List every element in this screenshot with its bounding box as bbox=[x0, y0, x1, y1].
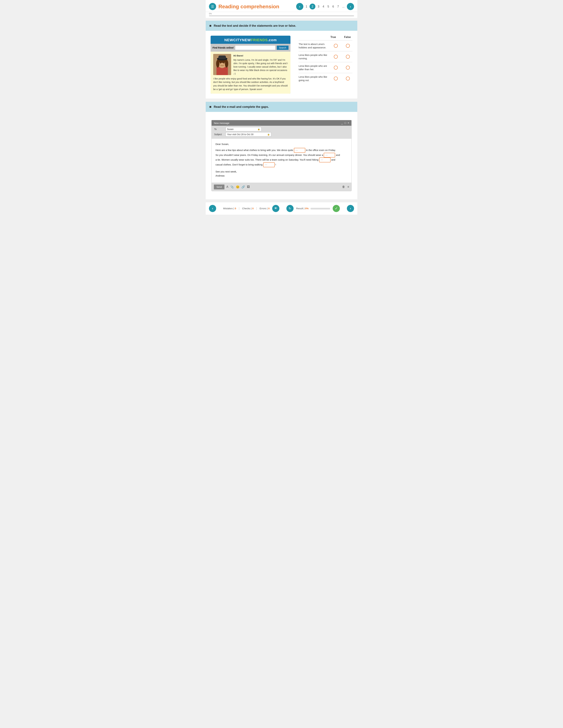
tf-false-radio-4[interactable] bbox=[346, 77, 350, 80]
progress-label: 0% bbox=[209, 13, 354, 15]
menu-icon: ☰ bbox=[211, 5, 214, 8]
email-window-title: New message bbox=[214, 122, 229, 124]
tf-question-2: Lena likes people who like running. bbox=[299, 53, 332, 60]
email-sign2: Andreas bbox=[215, 174, 348, 178]
progress-bar-background bbox=[209, 15, 354, 16]
minimize-button[interactable]: _ bbox=[341, 121, 343, 124]
nav-next-button[interactable]: › bbox=[347, 3, 354, 10]
tf-header: True False bbox=[299, 36, 353, 39]
nav-num-7[interactable]: 7 bbox=[336, 4, 340, 9]
tf-question-3: Lena likes people who are taller than he… bbox=[299, 64, 332, 71]
tf-false-radio-1[interactable] bbox=[346, 44, 350, 48]
section2-instruction: Read the e-mail and complete the gaps. bbox=[214, 105, 269, 109]
profile-body-text: My name's Lena. I'm 34 and single. I'm 5… bbox=[233, 58, 288, 75]
section1-icon: ■ bbox=[209, 24, 211, 28]
lock-icon: 🔒 bbox=[257, 128, 260, 130]
nav-num-6[interactable]: 6 bbox=[332, 4, 335, 9]
result-label: Result | 0% bbox=[296, 207, 330, 210]
tf-col-false: False bbox=[344, 36, 351, 39]
nav-num-1[interactable]: 1 bbox=[305, 4, 308, 9]
nav-num-more: ... bbox=[341, 4, 346, 9]
email-p4-before: casual clothes. Don't forget to bring wa… bbox=[215, 163, 262, 166]
tf-question-4: Lena likes people who like going out. bbox=[299, 75, 332, 82]
nav-num-4[interactable]: 4 bbox=[322, 4, 325, 9]
checks-label: Checks | bbox=[242, 207, 251, 210]
nav-right: ‹ 1 2 3 4 5 6 7 ... › bbox=[296, 3, 354, 10]
more-icon[interactable]: ≡ bbox=[347, 185, 349, 189]
errors-value: 0 bbox=[268, 207, 269, 210]
email-p1-before: Here are a few tips about what clothes t… bbox=[215, 149, 293, 151]
tf-true-radio-4[interactable] bbox=[334, 77, 338, 80]
search-button[interactable]: Search bbox=[277, 46, 289, 50]
header-left: ☰ Reading comprehension bbox=[209, 3, 279, 10]
email-subject-value: Your visit Oct 28 to Oct 30 bbox=[227, 133, 253, 136]
tf-row-4: Lena likes people who like going out. bbox=[299, 73, 353, 84]
maximize-button[interactable]: □ bbox=[345, 121, 346, 124]
image-icon[interactable]: 🖼 bbox=[247, 185, 250, 189]
email-to-label: To bbox=[214, 128, 224, 130]
nav-num-3[interactable]: 3 bbox=[317, 4, 320, 9]
email-gap-4[interactable]: --- bbox=[263, 162, 274, 167]
send-button[interactable]: Send bbox=[214, 185, 224, 189]
email-subject-input[interactable]: Your visit Oct 28 to Oct 30 🔒 bbox=[225, 132, 271, 136]
nav-prev-button[interactable]: ‹ bbox=[296, 3, 303, 10]
close-button[interactable]: × bbox=[348, 121, 349, 124]
profile-top: Hi there! My name's Lena. I'm 34 and sin… bbox=[213, 54, 288, 75]
email-gap-2[interactable]: --- bbox=[324, 153, 335, 158]
refresh-button[interactable]: ↻ bbox=[287, 205, 294, 212]
tf-true-radio-1[interactable] bbox=[334, 44, 338, 48]
toolbar-right: 🗑 ≡ bbox=[342, 185, 349, 189]
bottom-prev-button[interactable]: ‹ bbox=[209, 205, 216, 212]
profile-card: NEWCITYNEWFRIENDS.com Find friends onlin… bbox=[210, 36, 291, 94]
svg-rect-1 bbox=[216, 67, 228, 75]
result-label-text: Result | bbox=[296, 207, 305, 210]
profile-photo bbox=[213, 54, 231, 75]
email-gap-1[interactable]: --- bbox=[294, 148, 305, 153]
tf-radios-3 bbox=[334, 66, 353, 70]
bottom-next-button[interactable]: › bbox=[347, 205, 354, 212]
tf-false-radio-2[interactable] bbox=[346, 55, 350, 59]
brand-new: NEW bbox=[224, 38, 233, 42]
email-body: Dear Susan, Here are a few tips about wh… bbox=[211, 139, 352, 183]
tf-true-radio-2[interactable] bbox=[334, 55, 338, 59]
checks-value: 0 bbox=[252, 207, 253, 210]
email-subject-label: Subject bbox=[214, 133, 224, 136]
tf-true-radio-3[interactable] bbox=[334, 66, 338, 70]
subject-lock-icon: 🔒 bbox=[267, 133, 270, 136]
eye-button[interactable]: 👁 bbox=[272, 205, 279, 212]
email-sign1: See you next week, bbox=[215, 170, 348, 174]
header: ☰ Reading comprehension ‹ 1 2 3 4 5 6 7 … bbox=[206, 0, 357, 12]
nav-num-5[interactable]: 5 bbox=[327, 4, 330, 9]
stat-divider-1: | bbox=[239, 207, 239, 210]
tf-radios-4 bbox=[334, 77, 353, 80]
email-p3-after: and bbox=[331, 158, 335, 161]
trash-icon[interactable]: 🗑 bbox=[342, 185, 345, 189]
email-gap-3[interactable]: --- bbox=[319, 157, 331, 162]
result-bar bbox=[311, 208, 330, 209]
email-titlebar: New message _ □ × bbox=[211, 120, 352, 126]
svg-point-8 bbox=[220, 62, 221, 64]
search-input[interactable] bbox=[235, 45, 275, 50]
attachment-icon[interactable]: 📎 bbox=[230, 185, 234, 189]
section2-icon: ■ bbox=[209, 105, 211, 109]
section2-content: New message _ □ × To Susan 🔒 Subject You… bbox=[206, 112, 357, 199]
section1-instruction: Read the text and decide if the statemen… bbox=[214, 24, 296, 28]
profile-card-header: NEWCITYNEWFRIENDS.com bbox=[210, 36, 291, 44]
section1-content: NEWCITYNEWFRIENDS.com Find friends onlin… bbox=[206, 31, 357, 99]
bottom-stats: Mistakes | 0 | Checks | 0 | Errors | 0 👁 bbox=[223, 205, 279, 212]
tf-false-radio-3[interactable] bbox=[346, 66, 350, 70]
email-to-input[interactable]: Susan 🔒 bbox=[225, 127, 261, 131]
emoji-icon[interactable]: 😊 bbox=[236, 185, 239, 189]
section1-header: ■ Read the text and decide if the statem… bbox=[206, 21, 357, 31]
nav-num-2[interactable]: 2 bbox=[310, 4, 316, 9]
check-button[interactable]: ✓ bbox=[333, 205, 340, 212]
tf-row-3: Lena likes people who are taller than he… bbox=[299, 62, 353, 73]
email-toolbar: Send A 📎 😊 🔗 🖼 🗑 ≡ bbox=[211, 183, 352, 191]
link-icon[interactable]: 🔗 bbox=[241, 185, 245, 189]
brand-new2: NEW bbox=[242, 38, 251, 42]
font-icon[interactable]: A bbox=[226, 185, 228, 189]
email-fields: To Susan 🔒 Subject Your visit Oct 28 to … bbox=[211, 126, 352, 139]
menu-button[interactable]: ☰ bbox=[209, 3, 216, 10]
tf-col-true: True bbox=[331, 36, 336, 39]
svg-rect-7 bbox=[218, 56, 226, 59]
